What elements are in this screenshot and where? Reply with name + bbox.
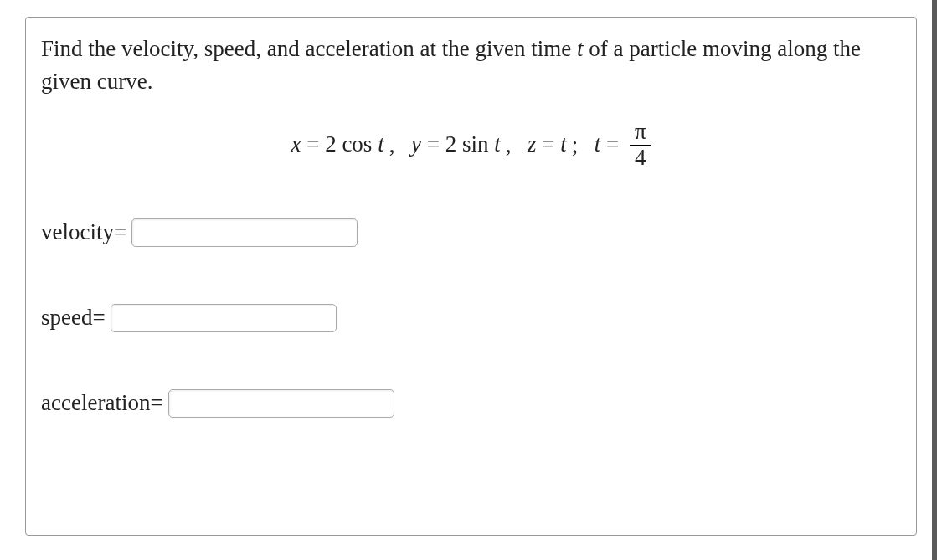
question-container: Find the velocity, speed, and accelerati… — [25, 17, 917, 536]
acceleration-input[interactable] — [168, 389, 394, 418]
prompt-variable-t: t — [577, 36, 584, 61]
eq-t-fraction: π 4 — [630, 120, 651, 170]
velocity-label: velocity= — [41, 219, 126, 245]
acceleration-label: acceleration= — [41, 390, 163, 416]
eq-y-lhs: y — [411, 132, 421, 157]
eq-equals-3: = — [542, 132, 560, 157]
prompt-text-1: Find the velocity, speed, and accelerati… — [41, 36, 577, 61]
scrollbar-track[interactable] — [932, 0, 937, 560]
eq-t-lhs: t — [595, 132, 601, 157]
eq-y-rhs: 2 sin t — [445, 132, 501, 157]
eq-t-numerator: π — [630, 120, 651, 146]
eq-equals-1: = — [306, 132, 325, 157]
eq-equals-4: = — [606, 132, 625, 157]
eq-z-rhs: t — [560, 132, 567, 157]
eq-equals-2: = — [427, 132, 445, 157]
eq-x-rhs: 2 cos t — [325, 132, 384, 157]
eq-t-denominator: 4 — [630, 146, 651, 171]
eq-x-lhs: x — [291, 132, 301, 157]
speed-label: speed= — [41, 305, 106, 331]
velocity-input[interactable] — [131, 218, 358, 247]
eq-z-lhs: z — [528, 132, 537, 157]
question-prompt: Find the velocity, speed, and accelerati… — [41, 33, 901, 98]
velocity-row: velocity= — [41, 218, 901, 247]
speed-input[interactable] — [111, 304, 337, 332]
acceleration-row: acceleration= — [41, 389, 901, 418]
speed-row: speed= — [41, 304, 901, 332]
equation-display: x = 2 cos t, y = 2 sin t, z = t; t = π 4 — [41, 121, 901, 172]
